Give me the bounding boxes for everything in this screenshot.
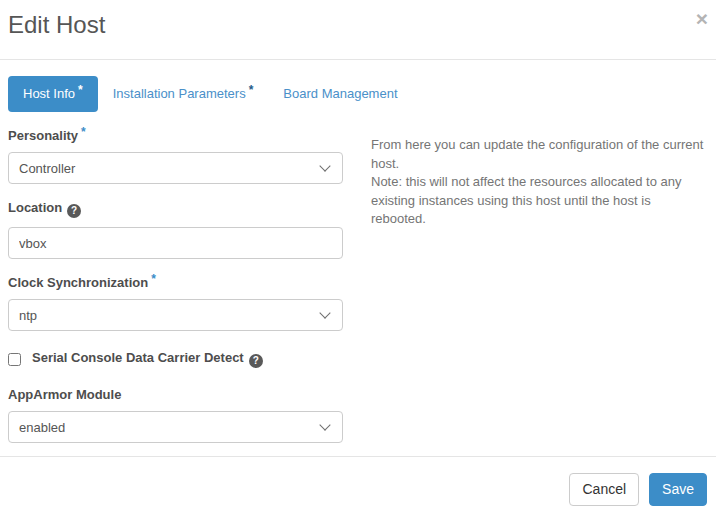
tab-installation-parameters-label: Installation Parameters: [113, 86, 246, 101]
chevron-down-icon: [319, 419, 330, 430]
personality-field-group: Personality* Controller: [8, 129, 343, 184]
personality-select[interactable]: Controller: [8, 152, 343, 184]
page-title: Edit Host: [8, 10, 708, 40]
tab-board-management-label: Board Management: [283, 86, 397, 101]
tab-host-info-label: Host Info: [23, 86, 75, 101]
serial-console-checkbox[interactable]: [8, 353, 21, 366]
apparmor-field-group: AppArmor Module enabled: [8, 388, 343, 443]
personality-selected-value: Controller: [19, 161, 75, 176]
tab-bar: Host Info* Installation Parameters* Boar…: [0, 60, 716, 112]
form-column: Personality* Controller Location? Clock …: [8, 129, 343, 460]
help-text-paragraph-2: Note: this will not affect the resources…: [371, 173, 704, 229]
modal-body: Personality* Controller Location? Clock …: [0, 112, 716, 460]
location-input[interactable]: [8, 227, 343, 259]
serial-console-label: Serial Console Data Carrier Detect?: [32, 351, 263, 368]
modal-header: Edit Host ×: [0, 0, 716, 60]
tab-board-management[interactable]: Board Management: [268, 76, 412, 111]
apparmor-label: AppArmor Module: [8, 388, 343, 402]
required-asterisk: *: [81, 125, 86, 139]
help-text-paragraph-1: From here you can update the configurati…: [371, 136, 704, 173]
location-label: Location?: [8, 201, 343, 218]
close-icon[interactable]: ×: [696, 8, 708, 29]
required-asterisk: *: [151, 272, 156, 286]
chevron-down-icon: [319, 160, 330, 171]
clock-synchronization-select[interactable]: ntp: [8, 299, 343, 331]
location-field-group: Location?: [8, 201, 343, 259]
help-icon[interactable]: ?: [249, 354, 263, 368]
chevron-down-icon: [319, 307, 330, 318]
modal-footer: Cancel Save: [0, 456, 716, 518]
personality-label: Personality*: [8, 129, 343, 143]
help-panel: From here you can update the configurati…: [343, 129, 704, 460]
tab-host-info[interactable]: Host Info*: [8, 76, 98, 112]
cancel-button[interactable]: Cancel: [569, 473, 639, 506]
clock-synchronization-selected-value: ntp: [19, 308, 37, 323]
help-icon[interactable]: ?: [67, 204, 81, 218]
save-button[interactable]: Save: [649, 473, 707, 506]
required-asterisk: *: [249, 83, 254, 97]
edit-host-modal: Edit Host × Host Info* Installation Para…: [0, 0, 716, 518]
tab-installation-parameters[interactable]: Installation Parameters*: [98, 76, 269, 112]
required-asterisk: *: [78, 83, 83, 97]
clock-synchronization-field-group: Clock Synchronization* ntp: [8, 276, 343, 331]
apparmor-select[interactable]: enabled: [8, 411, 343, 443]
serial-console-field-group: Serial Console Data Carrier Detect?: [8, 351, 343, 368]
apparmor-selected-value: enabled: [19, 420, 65, 435]
clock-synchronization-label: Clock Synchronization*: [8, 276, 343, 290]
